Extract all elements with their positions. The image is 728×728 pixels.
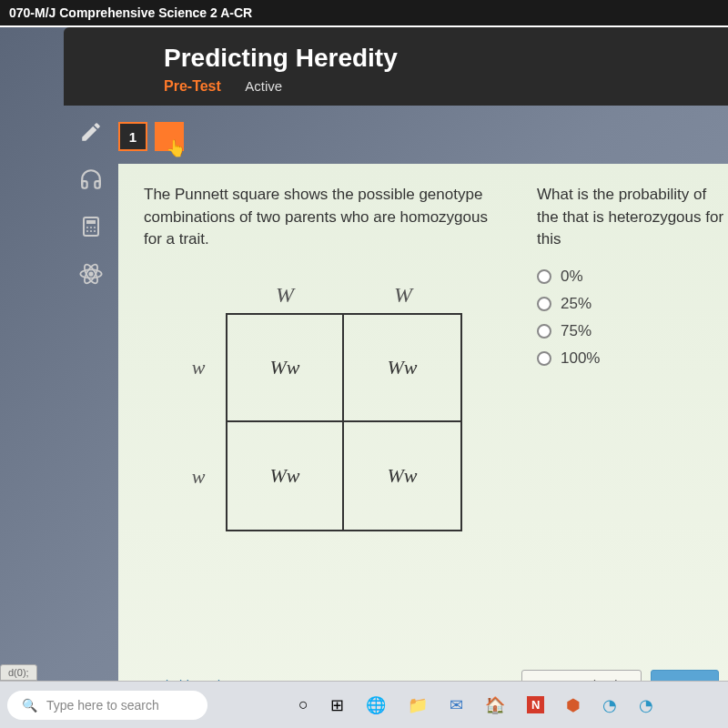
- punnett-top-allele: W: [344, 283, 462, 313]
- punnett-top-allele: W: [226, 283, 344, 313]
- mail-icon[interactable]: ✉: [450, 695, 463, 715]
- punnett-side-allele: w: [171, 465, 226, 489]
- option-2[interactable]: 75%: [537, 322, 728, 340]
- question-content: The Punnett square shows the possible ge…: [118, 164, 728, 728]
- option-0[interactable]: 0%: [537, 268, 728, 286]
- course-title: 070-M/J Comprehensive Science 2 A-CR: [9, 5, 252, 20]
- radio-icon: [537, 351, 551, 366]
- punnett-cell: Ww: [226, 422, 344, 531]
- radio-icon: [537, 269, 551, 284]
- lesson-subtitle: Pre-Test: [164, 78, 221, 95]
- svg-point-3: [90, 227, 92, 228]
- option-label: 100%: [561, 349, 600, 368]
- taskbar-search[interactable]: 🔍 Type here to search: [7, 691, 207, 720]
- punnett-side-allele: w: [171, 356, 226, 379]
- radio-icon: [537, 324, 551, 339]
- task-view-icon[interactable]: ⊞: [330, 695, 344, 715]
- option-label: 75%: [561, 322, 592, 340]
- punnett-cell: Ww: [344, 422, 462, 531]
- pencil-icon[interactable]: [77, 118, 105, 146]
- tool-sidebar: [68, 118, 114, 288]
- option-3[interactable]: 100%: [537, 349, 728, 368]
- lesson-title: Predicting Heredity: [164, 44, 701, 73]
- course-title-bar: 070-M/J Comprehensive Science 2 A-CR: [0, 0, 728, 27]
- punnett-row: w Ww Ww: [171, 422, 710, 531]
- option-label: 25%: [561, 295, 592, 313]
- question-nav: 1 2 👆: [118, 122, 184, 151]
- search-placeholder: Type here to search: [46, 698, 159, 713]
- calculator-icon[interactable]: [77, 213, 105, 240]
- headphones-icon[interactable]: [77, 166, 105, 193]
- question-prompt: The Punnett square shows the possible ge…: [144, 184, 499, 251]
- punnett-cell: Ww: [226, 313, 344, 422]
- answer-prompt: What is the probability of the that is h…: [537, 184, 728, 251]
- cursor-hand-icon: 👆: [166, 138, 186, 158]
- lesson-status: Active: [245, 78, 282, 94]
- svg-point-2: [86, 227, 88, 228]
- app-icon-2[interactable]: ◔: [639, 695, 653, 715]
- circle-icon[interactable]: ○: [298, 695, 308, 714]
- lesson-header: Predicting Heredity Pre-Test Active: [64, 27, 728, 106]
- svg-point-6: [90, 230, 92, 232]
- option-label: 0%: [561, 268, 583, 286]
- question-nav-2[interactable]: 2 👆: [155, 122, 184, 151]
- punnett-cell: Ww: [344, 313, 462, 422]
- store-icon[interactable]: 🏠: [485, 695, 505, 715]
- folder-icon[interactable]: 📁: [408, 695, 428, 715]
- question-nav-1[interactable]: 1: [118, 122, 147, 151]
- answer-options: 0% 25% 75% 100%: [537, 268, 728, 368]
- answer-block: What is the probability of the that is h…: [537, 184, 728, 377]
- app-n-icon[interactable]: N: [527, 696, 544, 713]
- radio-icon: [537, 297, 551, 311]
- search-icon: 🔍: [22, 698, 37, 713]
- office-icon[interactable]: ⬢: [566, 695, 581, 715]
- app-icon-1[interactable]: ◔: [602, 695, 617, 715]
- status-pill: d(0);: [0, 664, 37, 681]
- atom-icon[interactable]: [77, 260, 105, 288]
- svg-point-8: [89, 272, 93, 276]
- svg-rect-1: [86, 220, 96, 224]
- taskbar-icons: ○ ⊞ 🌐 📁 ✉ 🏠 N ⬢ ◔ ◔: [298, 695, 653, 715]
- windows-taskbar: 🔍 Type here to search ○ ⊞ 🌐 📁 ✉ 🏠 N ⬢ ◔ …: [0, 681, 728, 728]
- edge-icon[interactable]: 🌐: [366, 695, 386, 715]
- svg-point-7: [94, 230, 96, 232]
- svg-point-4: [94, 227, 96, 228]
- svg-point-5: [86, 230, 88, 232]
- option-1[interactable]: 25%: [537, 295, 728, 313]
- main-panel: Predicting Heredity Pre-Test Active: [64, 27, 728, 106]
